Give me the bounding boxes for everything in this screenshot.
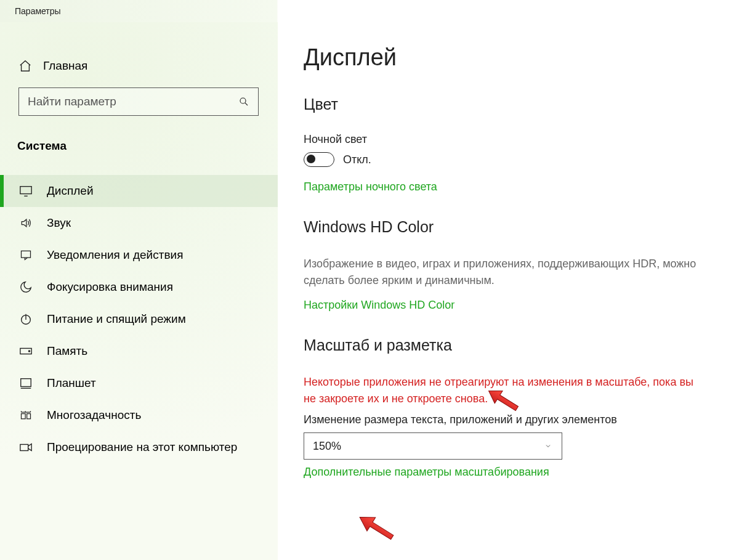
sidebar-item-label: Планшет	[47, 376, 96, 390]
hdcolor-description: Изображение в видео, играх и приложениях…	[304, 256, 698, 289]
svg-rect-8	[27, 414, 31, 419]
sidebar-item-label: Звук	[47, 216, 71, 230]
sidebar-item-label: Память	[47, 344, 87, 358]
window-titlebar: Параметры	[0, 0, 739, 22]
toggle-knob	[307, 155, 315, 163]
sound-icon	[18, 217, 33, 229]
svg-point-0	[240, 98, 246, 103]
svg-rect-6	[21, 379, 31, 387]
sidebar-item-label: Дисплей	[47, 184, 94, 198]
svg-rect-1	[20, 187, 31, 194]
scale-warning: Некоторые приложения не отреагируют на и…	[304, 374, 698, 407]
scale-dropdown[interactable]: 150%	[304, 432, 562, 460]
home-icon	[18, 59, 32, 73]
power-icon	[18, 312, 33, 326]
night-light-label: Ночной свет	[304, 133, 708, 146]
content-pane: Дисплей Цвет Ночной свет Откл. Параметры…	[278, 22, 739, 560]
storage-icon	[18, 347, 33, 355]
window-title: Параметры	[15, 6, 61, 16]
sidebar-item-display[interactable]: Дисплей	[0, 175, 278, 207]
sidebar-item-label: Уведомления и действия	[47, 248, 183, 262]
section-hdcolor: Windows HD Color	[304, 218, 708, 236]
sidebar-item-notifications[interactable]: Уведомления и действия	[0, 239, 278, 271]
night-light-state: Откл.	[343, 153, 371, 166]
sidebar: Главная Система Дисплей Звук	[0, 22, 278, 560]
notifications-icon	[18, 249, 33, 261]
scale-value: 150%	[313, 440, 341, 453]
tablet-icon	[18, 377, 33, 389]
hdcolor-settings-link[interactable]: Настройки Windows HD Color	[304, 299, 708, 312]
sidebar-item-label: Многозадачность	[47, 408, 141, 422]
sidebar-item-storage[interactable]: Память	[0, 335, 278, 367]
sidebar-item-power[interactable]: Питание и спящий режим	[0, 303, 278, 335]
section-scale: Масштаб и разметка	[304, 336, 708, 354]
sidebar-item-project[interactable]: Проецирование на этот компьютер	[0, 431, 278, 463]
sidebar-home-label: Главная	[43, 59, 87, 73]
focus-icon	[18, 280, 33, 294]
svg-rect-9	[20, 444, 28, 450]
night-light-settings-link[interactable]: Параметры ночного света	[304, 181, 708, 193]
search-input[interactable]	[28, 95, 238, 108]
sidebar-category: Система	[17, 139, 259, 153]
section-color: Цвет	[304, 95, 708, 113]
advanced-scaling-link[interactable]: Дополнительные параметры масштабирования	[304, 466, 708, 479]
svg-point-5	[28, 351, 30, 352]
page-title: Дисплей	[304, 44, 708, 71]
sidebar-item-sound[interactable]: Звук	[0, 207, 278, 239]
multitask-icon	[18, 409, 33, 421]
sidebar-item-focus[interactable]: Фокусировка внимания	[0, 271, 278, 303]
night-light-toggle[interactable]	[304, 152, 334, 167]
resize-label: Изменение размера текста, приложений и д…	[304, 413, 708, 426]
svg-rect-7	[22, 414, 26, 419]
sidebar-item-label: Питание и спящий режим	[47, 312, 186, 326]
sidebar-item-tablet[interactable]: Планшет	[0, 367, 278, 399]
svg-rect-2	[22, 251, 31, 258]
project-icon	[18, 441, 33, 453]
sidebar-item-label: Проецирование на этот компьютер	[47, 440, 237, 454]
sidebar-home[interactable]: Главная	[0, 53, 278, 81]
sidebar-item-label: Фокусировка внимания	[47, 280, 173, 294]
search-input-container[interactable]	[18, 87, 259, 116]
chevron-down-icon	[543, 442, 553, 450]
sidebar-item-multitask[interactable]: Многозадачность	[0, 399, 278, 431]
search-icon	[238, 96, 249, 107]
display-icon	[18, 185, 33, 197]
sidebar-nav: Дисплей Звук Уведомления и действия Фоку…	[0, 175, 278, 463]
